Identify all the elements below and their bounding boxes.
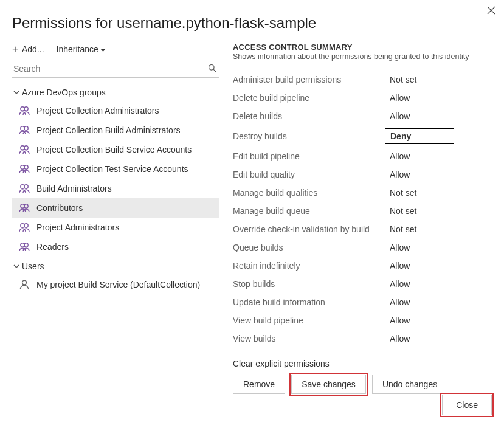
permission-name: Destroy builds: [233, 131, 385, 141]
group-icon: [18, 202, 30, 214]
toolbar: + Add... Inheritance: [12, 43, 219, 60]
permission-name: Manage build qualities: [233, 188, 385, 198]
permission-value[interactable]: Allow: [385, 296, 454, 308]
permission-value[interactable]: Allow: [385, 241, 454, 254]
azure-identity-list: Project Collection AdministratorsProject…: [12, 101, 219, 257]
user-icon: [18, 278, 30, 291]
inheritance-label: Inheritance: [57, 44, 98, 54]
identity-row[interactable]: Readers: [12, 237, 219, 257]
identity-panel: + Add... Inheritance Azure DevOps groups…: [12, 43, 219, 394]
identity-row[interactable]: Project Administrators: [12, 218, 219, 237]
group-icon: [18, 163, 30, 175]
permission-row: Edit build qualityAllow: [233, 165, 492, 184]
add-label: Add...: [22, 44, 44, 54]
permission-row: Override check-in validation by buildNot…: [233, 220, 492, 238]
plus-icon: +: [12, 44, 18, 54]
identity-label: Build Administrators: [36, 184, 112, 193]
permission-value[interactable]: Allow: [385, 92, 454, 104]
dialog-footer: Close: [442, 395, 492, 415]
permission-row: Delete build pipelineAllow: [233, 89, 492, 107]
permission-name: Delete builds: [233, 111, 385, 121]
clear-permissions-label: Clear explicit permissions: [233, 359, 492, 368]
permission-value[interactable]: Allow: [385, 314, 454, 327]
identity-label: Project Collection Test Service Accounts: [36, 164, 188, 174]
save-changes-button[interactable]: Save changes: [291, 375, 366, 394]
action-buttons: Remove Save changes Undo changes: [233, 375, 492, 394]
permission-name: View builds: [233, 334, 385, 344]
identity-label: Project Collection Build Service Account…: [36, 145, 192, 154]
page-title: Permissions for username.python-flask-sa…: [0, 0, 504, 43]
permission-name: Stop builds: [233, 279, 385, 289]
group-header-azure[interactable]: Azure DevOps groups: [12, 83, 219, 101]
permission-row: View build pipelineAllow: [233, 311, 492, 330]
permission-name: Override check-in validation by build: [233, 224, 385, 234]
permission-value[interactable]: Not set: [385, 223, 454, 235]
search-input[interactable]: [12, 60, 219, 78]
permission-name: Administer build permissions: [233, 75, 385, 85]
identity-label: My project Build Service (DefaultCollect…: [36, 280, 200, 289]
permission-row: Manage build queueNot set: [233, 202, 492, 220]
identity-row[interactable]: Contributors: [12, 198, 219, 218]
remove-button[interactable]: Remove: [233, 375, 285, 394]
permission-name: Edit build pipeline: [233, 151, 385, 161]
identity-row[interactable]: My project Build Service (DefaultCollect…: [12, 275, 219, 294]
permission-name: Edit build quality: [233, 170, 385, 179]
identity-row[interactable]: Project Collection Build Administrators: [12, 120, 219, 140]
inheritance-dropdown[interactable]: Inheritance: [57, 44, 106, 54]
permission-value[interactable]: Allow: [385, 260, 454, 272]
permission-name: Queue builds: [233, 243, 385, 252]
permission-row: Update build informationAllow: [233, 293, 492, 311]
group-icon: [18, 182, 30, 195]
identity-row[interactable]: Build Administrators: [12, 179, 219, 198]
acs-subtitle: Shows information about the permissions …: [233, 52, 492, 61]
identity-row[interactable]: Project Collection Test Service Accounts: [12, 159, 219, 179]
group-header-users-label: Users: [22, 261, 44, 271]
identity-label: Project Administrators: [36, 223, 119, 232]
permission-row: Delete buildsAllow: [233, 107, 492, 125]
permission-name: Update build information: [233, 297, 385, 307]
close-icon[interactable]: [487, 6, 495, 16]
permission-value[interactable]: Not set: [385, 74, 454, 86]
acs-title: ACCESS CONTROL SUMMARY: [233, 43, 492, 52]
group-icon: [18, 124, 30, 136]
permission-value[interactable]: Allow: [385, 110, 454, 122]
permission-row: View buildsAllow: [233, 330, 492, 348]
identity-row[interactable]: Project Collection Administrators: [12, 101, 219, 120]
undo-changes-button[interactable]: Undo changes: [372, 375, 447, 394]
identity-label: Contributors: [36, 203, 83, 213]
access-control-panel: ACCESS CONTROL SUMMARY Shows information…: [219, 43, 492, 394]
permission-name: Retain indefinitely: [233, 261, 385, 271]
permission-row: Retain indefinitelyAllow: [233, 257, 492, 275]
search-field: [12, 60, 219, 78]
permission-name: Delete build pipeline: [233, 93, 385, 103]
identity-label: Project Collection Build Administrators: [36, 125, 181, 135]
permission-row: Stop buildsAllow: [233, 275, 492, 293]
permission-value[interactable]: Not set: [385, 187, 454, 199]
permission-value[interactable]: Allow: [385, 150, 454, 162]
permission-name: View build pipeline: [233, 316, 385, 325]
identity-row[interactable]: Project Collection Build Service Account…: [12, 140, 219, 159]
group-header-users[interactable]: Users: [12, 257, 219, 275]
permission-value[interactable]: Allow: [385, 168, 454, 181]
close-button[interactable]: Close: [442, 395, 492, 415]
permission-row: Queue buildsAllow: [233, 238, 492, 257]
identity-label: Project Collection Administrators: [36, 106, 159, 116]
permission-value[interactable]: Deny: [385, 128, 454, 144]
group-icon: [18, 143, 30, 156]
permission-row: Administer build permissionsNot set: [233, 71, 492, 89]
chevron-down-icon: [13, 261, 19, 271]
group-icon: [18, 241, 30, 253]
permissions-table: Administer build permissionsNot setDelet…: [233, 71, 492, 348]
chevron-down-icon: [13, 88, 19, 97]
permission-value[interactable]: Allow: [385, 333, 454, 345]
permission-value[interactable]: Allow: [385, 278, 454, 290]
svg-point-18: [22, 280, 27, 285]
permission-name: Manage build queue: [233, 206, 385, 216]
permission-row: Destroy buildsDeny: [233, 125, 492, 147]
permission-row: Manage build qualitiesNot set: [233, 184, 492, 202]
identity-label: Readers: [36, 242, 69, 252]
group-header-azure-label: Azure DevOps groups: [22, 88, 106, 97]
permission-row: Edit build pipelineAllow: [233, 147, 492, 165]
permission-value[interactable]: Not set: [385, 205, 454, 217]
add-button[interactable]: + Add...: [12, 44, 44, 54]
